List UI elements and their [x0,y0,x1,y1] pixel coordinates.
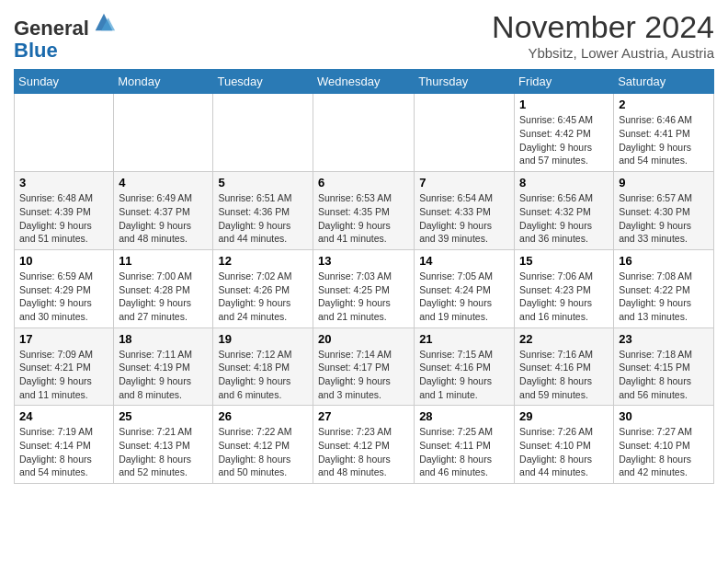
table-cell: 18Sunrise: 7:11 AM Sunset: 4:19 PM Dayli… [114,327,213,406]
table-cell: 24Sunrise: 7:19 AM Sunset: 4:14 PM Dayli… [15,406,114,484]
week-row-1: 3Sunrise: 6:48 AM Sunset: 4:39 PM Daylig… [15,172,714,250]
table-cell [15,94,114,172]
day-number: 2 [619,98,709,111]
day-number: 15 [519,254,609,268]
day-number: 6 [318,176,409,190]
day-info: Sunrise: 7:22 AM Sunset: 4:12 PM Dayligh… [218,425,308,479]
table-cell [114,94,213,172]
logo: General Blue [14,9,117,62]
day-number: 27 [318,409,409,423]
day-info: Sunrise: 7:21 AM Sunset: 4:13 PM Dayligh… [119,425,208,479]
table-cell [213,94,313,172]
table-cell: 13Sunrise: 7:03 AM Sunset: 4:25 PM Dayli… [313,249,415,327]
day-info: Sunrise: 6:49 AM Sunset: 4:37 PM Dayligh… [119,191,208,246]
day-number: 13 [318,254,409,268]
day-info: Sunrise: 6:56 AM Sunset: 4:32 PM Dayligh… [519,191,609,246]
day-number: 4 [119,176,208,190]
day-number: 12 [218,254,308,268]
day-info: Sunrise: 7:27 AM Sunset: 4:10 PM Dayligh… [619,425,709,479]
calendar-table: Sunday Monday Tuesday Wednesday Thursday… [14,69,714,484]
day-number: 21 [419,332,509,346]
day-info: Sunrise: 7:06 AM Sunset: 4:23 PM Dayligh… [519,270,609,324]
day-number: 3 [19,176,108,190]
location-subtitle: Ybbsitz, Lower Austria, Austria [492,45,714,61]
table-cell [415,94,515,172]
col-monday: Monday [114,70,213,94]
header: General Blue November 2024 Ybbsitz, Lowe… [14,9,714,62]
table-cell: 11Sunrise: 7:00 AM Sunset: 4:28 PM Dayli… [114,249,213,327]
month-title: November 2024 [492,9,714,45]
day-info: Sunrise: 6:45 AM Sunset: 4:42 PM Dayligh… [519,113,609,167]
table-cell: 22Sunrise: 7:16 AM Sunset: 4:16 PM Dayli… [515,327,614,406]
day-number: 24 [19,409,108,423]
day-number: 30 [619,409,709,423]
day-number: 10 [19,254,108,268]
day-info: Sunrise: 7:11 AM Sunset: 4:19 PM Dayligh… [119,348,208,402]
day-number: 20 [318,332,409,346]
table-cell: 16Sunrise: 7:08 AM Sunset: 4:22 PM Dayli… [614,249,714,327]
table-cell: 8Sunrise: 6:56 AM Sunset: 4:32 PM Daylig… [515,172,614,250]
table-cell: 21Sunrise: 7:15 AM Sunset: 4:16 PM Dayli… [415,327,515,406]
logo-general: General [14,17,89,40]
table-cell: 27Sunrise: 7:23 AM Sunset: 4:12 PM Dayli… [313,406,415,484]
day-info: Sunrise: 7:15 AM Sunset: 4:16 PM Dayligh… [419,348,509,402]
day-info: Sunrise: 7:14 AM Sunset: 4:17 PM Dayligh… [318,348,409,402]
table-cell: 7Sunrise: 6:54 AM Sunset: 4:33 PM Daylig… [415,172,515,250]
day-info: Sunrise: 7:25 AM Sunset: 4:11 PM Dayligh… [419,425,509,479]
table-cell [313,94,415,172]
day-info: Sunrise: 7:02 AM Sunset: 4:26 PM Dayligh… [218,270,308,324]
col-saturday: Saturday [614,70,714,94]
table-cell: 4Sunrise: 6:49 AM Sunset: 4:37 PM Daylig… [114,172,213,250]
day-number: 25 [119,409,208,423]
table-cell: 12Sunrise: 7:02 AM Sunset: 4:26 PM Dayli… [213,249,313,327]
table-cell: 9Sunrise: 6:57 AM Sunset: 4:30 PM Daylig… [614,172,714,250]
day-info: Sunrise: 7:00 AM Sunset: 4:28 PM Dayligh… [119,270,208,324]
table-cell: 6Sunrise: 6:53 AM Sunset: 4:35 PM Daylig… [313,172,415,250]
day-number: 8 [519,176,609,190]
col-tuesday: Tuesday [213,70,313,94]
day-info: Sunrise: 6:54 AM Sunset: 4:33 PM Dayligh… [419,191,509,246]
col-sunday: Sunday [15,70,114,94]
day-info: Sunrise: 7:23 AM Sunset: 4:12 PM Dayligh… [318,425,409,479]
table-cell: 28Sunrise: 7:25 AM Sunset: 4:11 PM Dayli… [415,406,515,484]
week-row-3: 17Sunrise: 7:09 AM Sunset: 4:21 PM Dayli… [15,327,714,406]
table-cell: 14Sunrise: 7:05 AM Sunset: 4:24 PM Dayli… [415,249,515,327]
day-info: Sunrise: 7:09 AM Sunset: 4:21 PM Dayligh… [19,348,108,402]
day-info: Sunrise: 7:08 AM Sunset: 4:22 PM Dayligh… [619,270,709,324]
week-row-4: 24Sunrise: 7:19 AM Sunset: 4:14 PM Dayli… [15,406,714,484]
day-info: Sunrise: 6:53 AM Sunset: 4:35 PM Dayligh… [318,191,409,246]
day-number: 7 [419,176,509,190]
week-row-2: 10Sunrise: 6:59 AM Sunset: 4:29 PM Dayli… [15,249,714,327]
table-cell: 17Sunrise: 7:09 AM Sunset: 4:21 PM Dayli… [15,327,114,406]
table-cell: 3Sunrise: 6:48 AM Sunset: 4:39 PM Daylig… [15,172,114,250]
day-number: 16 [619,254,709,268]
table-cell: 19Sunrise: 7:12 AM Sunset: 4:18 PM Dayli… [213,327,313,406]
day-number: 26 [218,409,308,423]
table-cell: 10Sunrise: 6:59 AM Sunset: 4:29 PM Dayli… [15,249,114,327]
day-number: 19 [218,332,308,346]
table-cell: 30Sunrise: 7:27 AM Sunset: 4:10 PM Dayli… [614,406,714,484]
table-cell: 15Sunrise: 7:06 AM Sunset: 4:23 PM Dayli… [515,249,614,327]
week-row-0: 1Sunrise: 6:45 AM Sunset: 4:42 PM Daylig… [15,94,714,172]
page: General Blue November 2024 Ybbsitz, Lowe… [0,0,728,493]
day-number: 11 [119,254,208,268]
col-friday: Friday [515,70,614,94]
table-cell: 20Sunrise: 7:14 AM Sunset: 4:17 PM Dayli… [313,327,415,406]
table-cell: 5Sunrise: 6:51 AM Sunset: 4:36 PM Daylig… [213,172,313,250]
day-number: 9 [619,176,709,190]
day-number: 5 [218,176,308,190]
logo-blue: Blue [14,39,58,62]
col-thursday: Thursday [415,70,515,94]
day-info: Sunrise: 7:16 AM Sunset: 4:16 PM Dayligh… [519,348,609,402]
day-info: Sunrise: 7:26 AM Sunset: 4:10 PM Dayligh… [519,425,609,479]
calendar-header-row: Sunday Monday Tuesday Wednesday Thursday… [15,70,714,94]
logo-blue-text: Blue [14,40,117,62]
day-number: 18 [119,332,208,346]
table-cell: 1Sunrise: 6:45 AM Sunset: 4:42 PM Daylig… [515,94,614,172]
table-cell: 25Sunrise: 7:21 AM Sunset: 4:13 PM Dayli… [114,406,213,484]
day-number: 1 [519,98,609,111]
day-number: 28 [419,409,509,423]
title-block: November 2024 Ybbsitz, Lower Austria, Au… [492,9,714,61]
day-info: Sunrise: 6:46 AM Sunset: 4:41 PM Dayligh… [619,113,709,167]
table-cell: 29Sunrise: 7:26 AM Sunset: 4:10 PM Dayli… [515,406,614,484]
